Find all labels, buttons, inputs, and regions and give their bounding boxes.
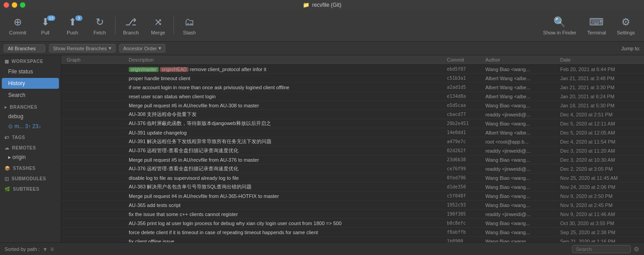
commit-hash-cell: ce76f99 <box>447 166 485 171</box>
branch-button[interactable]: ⎇ Branch <box>117 14 145 38</box>
fetch-icon: ↻ <box>96 16 104 28</box>
sidebar-item-history[interactable]: History <box>2 78 59 89</box>
table-row[interactable]: AU-365 add tests script1952c93Wang Biao … <box>61 201 644 210</box>
table-row[interactable]: AU-376 临时屏蔽此函数，等待新版本djangoweb释放以后开启之28b2… <box>61 119 644 128</box>
commit-icon: ⊕ <box>14 16 22 28</box>
sidebar-section-stashes[interactable]: 📦 STASHES <box>0 162 61 173</box>
sidebar-section-subtrees[interactable]: 🌿 SUBTREES <box>0 183 61 193</box>
table-row[interactable]: AU-376 远程管理-查看全盘扫描记录查询速度优化ce76f99readdy … <box>61 164 644 173</box>
commit-hash-cell: 190f305 <box>447 212 485 217</box>
sidebar-item-search[interactable]: Search <box>2 90 59 101</box>
settings-button[interactable]: ⚙ Settings <box>611 14 640 38</box>
show-in-finder-button[interactable]: 🔍 Show in Finder <box>537 14 581 38</box>
sidebar-branch-debug[interactable]: debug <box>0 111 61 121</box>
svg-point-49 <box>126 231 127 234</box>
sorted-by-label: Sorted by path : <box>5 246 40 252</box>
commit-hash-cell: d1de350 <box>447 184 485 189</box>
commit-hash-cell: 1b8900 <box>447 239 485 242</box>
table-row[interactable]: reset user scan status when client login… <box>61 92 644 101</box>
author-cell: Wang Biao <wang... <box>485 67 560 72</box>
search-gear-icon[interactable]: ⚙ <box>634 245 639 253</box>
stash-label: Stash <box>183 30 196 35</box>
branch-icon: ⎇ <box>125 16 136 28</box>
stash-button[interactable]: 🗂 Stash <box>176 14 203 38</box>
all-branches-select[interactable]: All Branches <box>4 44 45 53</box>
table-row[interactable]: AU-391 update changelog14e0dd1Albert Wan… <box>61 128 644 137</box>
description-cell: fix client offline issue <box>127 239 447 243</box>
search-input[interactable] <box>572 245 631 253</box>
graph-cell <box>61 219 127 228</box>
commit-button[interactable]: ⊕ Commit <box>4 14 32 38</box>
merge-button[interactable]: ⤨ Merge <box>145 14 172 38</box>
merge-label: Merge <box>151 30 165 35</box>
svg-point-34 <box>126 176 127 180</box>
svg-point-17 <box>126 122 127 125</box>
pull-button[interactable]: 23 ⬇ Pull <box>32 14 59 38</box>
date-cell: Nov 24, 2020 at 2:06 PM <box>560 184 644 190</box>
sidebar-item-file-status[interactable]: File status <box>2 66 59 77</box>
repo-bar: All Branches Show Remote Branches ▾ Ance… <box>0 42 644 55</box>
table-row[interactable]: fix client offline issue1b8900Wang Biao … <box>61 237 644 242</box>
date-cell: Jan 21, 2021 at 3:48 PM <box>560 76 644 81</box>
table-row[interactable]: proper handle timeout clientc51b3a1Alber… <box>61 74 644 83</box>
column-headers: Graph Description Commit Author Date <box>61 55 644 65</box>
toolbar-separator-2 <box>174 17 174 35</box>
sidebar-section-submodules[interactable]: ◫ SUBMODULES <box>0 173 61 183</box>
description-cell: Merge pull request #6 in AU/recvfile fro… <box>127 103 447 108</box>
description-cell: disable log to file as supervisord alrea… <box>127 175 447 181</box>
main-area: ▦ WORKSPACE File status History Search ▸… <box>0 55 644 242</box>
date-cell: Oct 30, 2020 at 3:55 PM <box>560 221 644 226</box>
svg-point-11 <box>126 104 127 107</box>
table-row[interactable]: AU-356 print log at user login process f… <box>61 219 644 228</box>
fetch-button[interactable]: ↻ Fetch <box>86 14 113 38</box>
show-remote-branches-btn[interactable]: Show Remote Branches ▾ <box>49 44 116 53</box>
terminal-button[interactable]: ⌨ Terminal <box>582 14 612 38</box>
table-row[interactable]: AU-376 远程管理-查看全盘扫描记录查询速度优化02d262freaddy … <box>61 146 644 155</box>
sidebar-section-remotes[interactable]: ☁ REMOTES <box>0 142 61 152</box>
author-cell: Albert Wang <albe... <box>485 130 560 135</box>
date-cell: Jan 21, 2021 at 3:30 PM <box>560 85 644 90</box>
sidebar-remote-origin[interactable]: ▸ origin <box>0 152 61 162</box>
close-button[interactable] <box>4 2 9 8</box>
table-row[interactable]: AU-391 解决远程任务下发线程异常导致所有任务无法下发的问题a479e7cr… <box>61 137 644 146</box>
description-cell: AU-383 解决用户名包含单引号导致SQL查询出错的问题 <box>127 183 447 190</box>
table-row[interactable]: disable log to file as supervisord alrea… <box>61 173 644 183</box>
commit-hash-cell: e134d8a <box>447 94 485 99</box>
date-cell: Dec 5, 2020 at 12:11 AM <box>560 121 644 126</box>
svg-point-29 <box>126 158 127 162</box>
graph-cell <box>61 92 127 101</box>
description-cell: Merge pull request #4 in AU/recvfile fro… <box>127 193 447 199</box>
sort-direction-icon[interactable]: ▾ <box>44 245 47 253</box>
minimize-button[interactable] <box>12 2 17 8</box>
table-row[interactable]: origin/masterorigin/HEADremove client_pr… <box>61 65 644 74</box>
sidebar-section-tags[interactable]: 🏷 TAGS <box>0 131 61 142</box>
description-cell: AU-356 print log at user login process f… <box>127 221 447 226</box>
table-row[interactable]: Merge pull request #5 in AU/recvfile fro… <box>61 155 644 164</box>
bottom-bar: Sorted by path : ▾ ≡ ⚙ <box>0 242 644 255</box>
table-row[interactable]: fix the issue that some c++ clients cann… <box>61 210 644 219</box>
ancestor-order-btn[interactable]: Ancestor Order ▾ <box>119 44 166 53</box>
date-cell: Dec 3, 2020 at 11:20 AM <box>560 148 644 154</box>
date-cell: Nov 9, 2020 at 2:45 PM <box>560 202 644 208</box>
table-row[interactable]: if one account login in more than once a… <box>61 83 644 92</box>
commit-list[interactable]: origin/masterorigin/HEADremove client_pr… <box>61 65 644 242</box>
maximize-button[interactable] <box>20 2 25 8</box>
date-cell: Nov 9, 2020 at 11:46 AM <box>560 212 644 217</box>
author-cell: Wang Biao <wang... <box>485 103 560 108</box>
sidebar-section-branches[interactable]: ▸ BRANCHES <box>0 101 61 111</box>
list-options-icon[interactable]: ≡ <box>50 245 54 253</box>
graph-cell <box>61 237 127 243</box>
push-button[interactable]: 3 ⬆ Push <box>59 14 86 38</box>
author-header: Author <box>485 57 560 63</box>
date-cell: Dec 4, 2020 at 2:51 PM <box>560 112 644 117</box>
table-row[interactable]: Merge pull request #4 in AU/recvfile fro… <box>61 192 644 201</box>
table-row[interactable]: AU-383 解决用户名包含单引号导致SQL查询出错的问题d1de350Wang… <box>61 183 644 192</box>
table-row[interactable]: Merge pull request #6 in AU/recvfile fro… <box>61 101 644 110</box>
table-row[interactable]: AU-308 支持远程命令批量下发cbacd77readdy <jinweidi… <box>61 110 644 119</box>
author-cell: readdy <jinweidi@... <box>485 212 560 217</box>
table-row[interactable]: force delete client if it is timeout in … <box>61 228 644 237</box>
window-controls <box>4 2 25 8</box>
graph-cell <box>61 101 127 110</box>
graph-cell <box>61 137 127 146</box>
sidebar-branch-m[interactable]: ⊙ m... 3↑ 23↓ <box>0 121 61 131</box>
